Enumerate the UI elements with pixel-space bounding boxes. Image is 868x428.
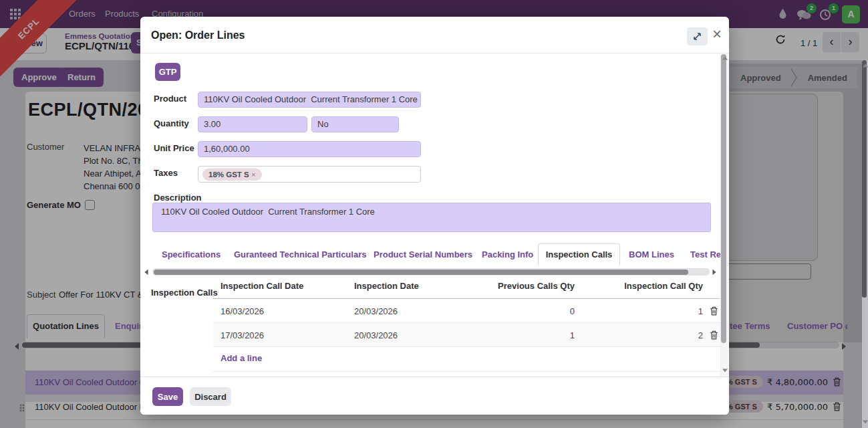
column-inspection-call-date[interactable]: Inspection Call Date	[221, 281, 303, 291]
scroll-down-arrow[interactable]	[863, 421, 868, 424]
save-button[interactable]: Save	[152, 387, 183, 406]
unit-price-label: Unit Price	[154, 143, 194, 153]
column-inspection-date[interactable]: Inspection Date	[354, 281, 419, 291]
notebook-scroll-right-arrow[interactable]	[712, 270, 716, 276]
dialog-header: Open: Order Lines ×	[140, 17, 729, 54]
uom-field[interactable]: No	[311, 116, 399, 132]
expand-button[interactable]	[687, 27, 708, 45]
inspection-calls-table: Inspection Call Date Inspection Date Pre…	[212, 281, 720, 377]
quantity-field[interactable]: 3.00	[198, 116, 307, 132]
column-previous-calls-qty[interactable]: Previous Calls Qty	[488, 281, 575, 291]
cell-previous-qty[interactable]: 1	[488, 330, 575, 340]
tab-inspection-calls[interactable]: Inspection Calls	[538, 243, 620, 265]
add-a-line-link[interactable]: Add a line	[221, 353, 262, 363]
tax-tag-remove-icon[interactable]: ×	[251, 171, 256, 179]
taxes-label: Taxes	[154, 168, 178, 178]
tab-specifications[interactable]: Specifications	[162, 249, 221, 259]
tab-bom-lines[interactable]: BOM Lines	[629, 249, 674, 259]
tab-guranteed-technical-particulars[interactable]: Guranteed Technical Particulars	[234, 249, 366, 259]
inspection-calls-group-label: Inspection Calls	[151, 288, 218, 298]
expand-icon	[692, 31, 702, 41]
screen: Sales Orders Products Configuration 2 1 …	[0, 0, 868, 428]
product-label: Product	[154, 94, 186, 104]
cell-call-date[interactable]: 16/03/2026	[221, 306, 264, 316]
inspection-row[interactable]: 17/03/2026 20/03/2026 1 2	[212, 323, 720, 347]
cell-inspection-date[interactable]: 20/03/2026	[354, 306, 398, 316]
cell-call-date[interactable]: 17/03/2026	[221, 330, 264, 340]
notebook-scroll-left-arrow[interactable]	[144, 270, 148, 276]
column-inspection-call-qty[interactable]: Inspection Call Qty	[581, 281, 703, 291]
notebook-h-scrollbar[interactable]	[152, 268, 710, 276]
quantity-label: Quantity	[154, 118, 189, 128]
inspection-row[interactable]: 16/03/2026 20/03/2026 0 1	[212, 299, 720, 323]
cell-call-qty[interactable]: 1	[581, 306, 703, 316]
cell-call-qty[interactable]: 2	[581, 330, 703, 340]
description-textarea[interactable]: 110KV Oil Cooled Outdoor Current Transfo…	[152, 203, 711, 232]
order-lines-dialog: Open: Order Lines × GTP Product 110KV Oi…	[140, 17, 729, 415]
product-field[interactable]: 110KV Oil Cooled Outdoor Current Transfo…	[198, 92, 421, 108]
discard-button[interactable]: Discard	[190, 387, 231, 406]
dialog-footer: Save Discard	[140, 377, 729, 415]
cell-inspection-date[interactable]: 20/03/2026	[354, 330, 398, 340]
gtp-button[interactable]: GTP	[155, 63, 180, 81]
dialog-v-scrollbar-thumb[interactable]	[721, 54, 726, 343]
scroll-up-arrow[interactable]	[722, 57, 728, 60]
browser-scrollbar[interactable]	[862, 60, 868, 428]
notebook-h-scrollbar-thumb[interactable]	[154, 270, 688, 275]
tab-product-serial-numbers[interactable]: Product Serial Numbers	[374, 249, 472, 259]
description-label: Description	[154, 193, 202, 203]
delete-row-icon[interactable]	[710, 330, 718, 340]
browser-scrollbar-thumb[interactable]	[862, 60, 867, 298]
dialog-v-scrollbar[interactable]	[720, 54, 728, 377]
modal-backdrop-right	[718, 64, 862, 342]
tab-packing-info[interactable]: Packing Info	[482, 249, 533, 259]
unit-price-field[interactable]: 1,60,000.00	[198, 141, 421, 157]
dialog-title: Open: Order Lines	[151, 29, 245, 41]
taxes-field[interactable]: 18% GST S ×	[198, 166, 421, 183]
inspection-table-header: Inspection Call Date Inspection Date Pre…	[212, 281, 720, 299]
close-icon[interactable]: ×	[709, 23, 725, 45]
delete-row-icon[interactable]	[710, 306, 718, 316]
scroll-up-arrow[interactable]	[863, 64, 868, 68]
cell-previous-qty[interactable]: 0	[488, 306, 575, 316]
scroll-down-arrow[interactable]	[722, 369, 728, 372]
tax-tag: 18% GST S ×	[202, 169, 262, 181]
